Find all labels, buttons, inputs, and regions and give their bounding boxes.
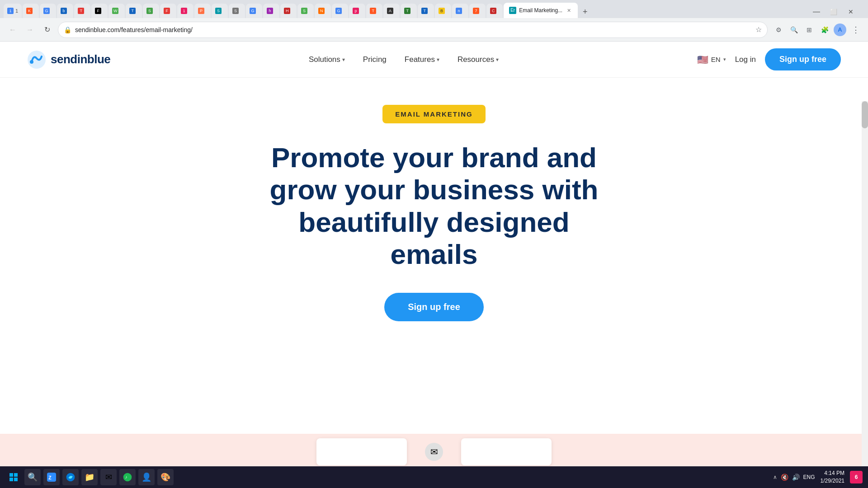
hero-title: Promote your brand and grow your busines… xyxy=(253,141,615,270)
tab-28[interactable]: 7 xyxy=(469,4,486,18)
edge-icon xyxy=(66,473,75,482)
spotify-icon: ♪ xyxy=(123,473,132,482)
nav-solutions[interactable]: Solutions ▾ xyxy=(309,55,345,64)
bookmark-icon[interactable]: ☆ xyxy=(755,25,762,34)
taskbar-chevron[interactable]: ∧ xyxy=(773,474,777,480)
more-options-button[interactable]: ⋮ xyxy=(849,23,862,36)
back-button[interactable]: ← xyxy=(6,23,19,36)
tab-13[interactable]: S xyxy=(212,4,228,18)
hero-cta-button[interactable]: Sign up free xyxy=(384,293,484,321)
minimize-button[interactable]: — xyxy=(810,5,823,18)
nav-pricing[interactable]: Pricing xyxy=(363,55,387,64)
extension-icon-3[interactable]: ⊞ xyxy=(803,23,816,36)
tab-22[interactable]: T xyxy=(366,4,382,18)
address-bar[interactable]: 🔒 sendinblue.com/features/email-marketin… xyxy=(58,22,768,38)
nav-features[interactable]: Features ▾ xyxy=(405,55,439,64)
forward-button[interactable]: → xyxy=(24,23,36,36)
taskbar-time-display: 4:14 PM xyxy=(824,469,844,477)
hero-section: EMAIL MARKETING Promote your brand and g… xyxy=(0,78,868,339)
tab-27[interactable]: n xyxy=(452,4,468,18)
flag-icon: 🇺🇸 xyxy=(697,54,708,65)
tab-9[interactable]: S xyxy=(143,4,159,18)
taskbar: 🔍 Z 📁 ✉ ♪ 👤 🎨 ∧ 🔇 🔊 xyxy=(0,466,868,488)
zoom-icon: Z xyxy=(47,473,56,482)
svg-point-1 xyxy=(30,60,33,64)
maximize-button[interactable]: ⬜ xyxy=(827,5,840,18)
taskbar-network[interactable]: 🔊 xyxy=(792,474,800,481)
tab-3[interactable]: G xyxy=(40,4,56,18)
notification-badge[interactable]: 6 xyxy=(850,471,863,483)
tab-5[interactable]: T xyxy=(74,4,90,18)
tab-12[interactable]: P xyxy=(194,4,211,18)
profile-avatar[interactable]: A xyxy=(834,23,846,36)
browser-toolbar: ← → ↻ 🔒 sendinblue.com/features/email-ma… xyxy=(0,18,868,42)
svg-text:♪: ♪ xyxy=(125,475,127,479)
tab-14[interactable]: S xyxy=(229,4,245,18)
lock-icon: 🔒 xyxy=(64,26,71,33)
svg-rect-3 xyxy=(14,473,18,477)
taskbar-paint[interactable]: 🎨 xyxy=(157,469,174,485)
tab-17[interactable]: H xyxy=(280,4,297,18)
taskbar-mail[interactable]: ✉ xyxy=(100,469,117,485)
tab-21[interactable]: p xyxy=(349,4,365,18)
new-tab-button[interactable]: + xyxy=(579,5,591,18)
webpage-content: sendinblue Solutions ▾ Pricing Features … xyxy=(0,42,868,470)
extension-icon-1[interactable]: ⚙ xyxy=(772,23,785,36)
taskbar-spotify[interactable]: ♪ xyxy=(119,469,136,485)
tab-7[interactable]: W xyxy=(108,4,125,18)
tab-4[interactable]: b xyxy=(57,4,73,18)
tab-15[interactable]: G xyxy=(246,4,262,18)
tab-29[interactable]: C xyxy=(486,4,503,18)
taskbar-edge[interactable] xyxy=(62,469,79,485)
tab-8[interactable]: T xyxy=(126,4,142,18)
tab-18[interactable]: S xyxy=(297,4,314,18)
toolbar-extensions: ⚙ 🔍 ⊞ 🧩 A ⋮ xyxy=(772,23,862,36)
taskbar-search[interactable]: 🔍 xyxy=(24,469,41,485)
tab-19[interactable]: N xyxy=(315,4,331,18)
taskbar-user-photo[interactable]: 👤 xyxy=(138,469,155,485)
login-link[interactable]: Log in xyxy=(735,55,756,64)
tab-23[interactable]: A xyxy=(383,4,400,18)
tab-close-btn[interactable]: ✕ xyxy=(565,7,572,14)
tab-24[interactable]: T xyxy=(401,4,417,18)
tab-active[interactable]: Er Email Marketing... ✕ xyxy=(504,3,578,18)
taskbar-clock[interactable]: 4:14 PM 1/29/2021 xyxy=(821,469,844,485)
extension-icon-4[interactable]: 🧩 xyxy=(818,23,831,36)
taskbar-zoom[interactable]: Z xyxy=(43,469,60,485)
tab-2[interactable]: K xyxy=(23,4,39,18)
site-logo[interactable]: sendinblue xyxy=(27,50,110,69)
tab-10[interactable]: F xyxy=(160,4,176,18)
start-button[interactable] xyxy=(5,469,22,485)
bottom-preview-content: ✉ xyxy=(0,434,868,470)
extension-icon-2[interactable]: 🔍 xyxy=(788,23,800,36)
taskbar-files[interactable]: 📁 xyxy=(81,469,98,485)
taskbar-left: 🔍 Z 📁 ✉ ♪ 👤 🎨 xyxy=(5,469,174,485)
tab-26[interactable]: B xyxy=(435,4,451,18)
hero-title-line2: grow your business with xyxy=(270,174,599,205)
signup-button[interactable]: Sign up free xyxy=(765,48,841,70)
bottom-section-peek: ✉ xyxy=(0,434,868,470)
windows-icon xyxy=(9,473,18,482)
solutions-dropdown-arrow: ▾ xyxy=(342,56,345,63)
tab-1[interactable]: 1 1 xyxy=(4,4,22,18)
scrollbar-thumb[interactable] xyxy=(862,101,868,128)
scrollbar[interactable] xyxy=(862,101,868,470)
reload-button[interactable]: ↻ xyxy=(41,23,53,36)
svg-point-9 xyxy=(123,473,132,482)
language-selector[interactable]: 🇺🇸 EN ▾ xyxy=(697,54,726,65)
email-marketing-badge: EMAIL MARKETING xyxy=(382,105,485,123)
nav-resources[interactable]: Resources ▾ xyxy=(458,55,499,64)
close-button[interactable]: ✕ xyxy=(844,5,857,18)
tab-11[interactable]: 1 xyxy=(177,4,193,18)
svg-point-0 xyxy=(28,51,46,69)
hero-title-line1: Promote your brand and xyxy=(271,142,597,173)
resources-dropdown-arrow: ▾ xyxy=(496,56,499,63)
tab-25[interactable]: T xyxy=(418,4,434,18)
tab-16[interactable]: h xyxy=(263,4,279,18)
tabs-bar: 1 1 K G b T F W T xyxy=(0,0,868,18)
tab-20[interactable]: G xyxy=(332,4,348,18)
taskbar-speaker[interactable]: 🔇 xyxy=(781,474,788,481)
lang-dropdown-arrow: ▾ xyxy=(723,56,726,62)
tab-6[interactable]: F xyxy=(91,4,108,18)
logo-icon xyxy=(27,50,46,69)
